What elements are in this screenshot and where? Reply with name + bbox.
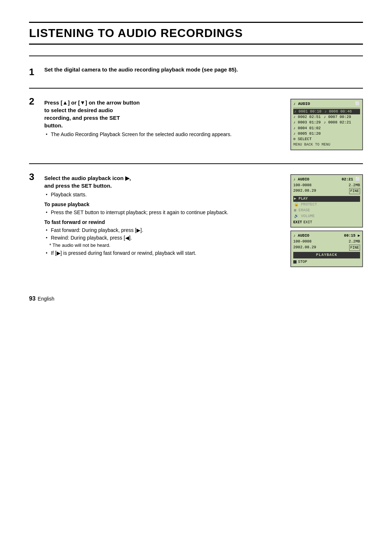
step-1-content: Set the digital camera to the audio reco… <box>44 66 363 75</box>
step-3-lcd-1: ♪ AUDIO 02:21 ⬜ 100-0008 2.2MB 2002.08.2… <box>290 174 363 228</box>
step-3: 3 Select the audio playback icon ▶, and … <box>29 171 363 274</box>
step-2-content: Press [▲] or [▼] on the arrow button to … <box>44 99 283 153</box>
lcd3-time: 00:15 ▶ <box>344 233 360 239</box>
step-3-lcd-2: ♪ AUDIO 00:15 ▶ 100-0008 2.2MB 2002.08.2… <box>290 230 363 267</box>
lcd3-stop-row: STOP <box>293 259 360 265</box>
step-3-sub1-bullet-1: Press the SET button to interrupt playba… <box>46 209 276 216</box>
step-3-sub2-bullet-3: If [▶] is pressed during fast forward or… <box>46 249 276 257</box>
step-2-screen: ♪ AUDIO ⬜ ♪ 0001 00:10♪ 0006 00:46 ♪ 000… <box>290 99 363 153</box>
step-3-sub2-title: To fast forward or rewind <box>44 219 276 225</box>
lcd-select-row: ⊙ SELECT <box>293 136 360 142</box>
lcd-row-4: ♪ 0004 01:02 <box>293 126 360 131</box>
step-3-note: * The audio will not be heard. <box>44 242 276 249</box>
lcd-row-3: ♪ 0003 01:29♪ 0008 02:21 <box>293 120 360 125</box>
lcd3-title: ♪ AUDIO <box>293 233 309 239</box>
step-2-instruction: Press [▲] or [▼] on the arrow button to … <box>44 99 276 129</box>
lcd-menu-row: MENU BACK TO MENU <box>293 142 360 148</box>
step-3-sub2-bullet-2: Rewind: During playback, press [◀]. <box>46 234 276 242</box>
step-1-number: 1 <box>29 66 44 78</box>
lcd2-protect-item: 🔒 PROTECT <box>293 202 360 208</box>
step-3-bullet-1: Playback starts. <box>46 191 276 199</box>
lcd2-play-item: ▶ PLAY <box>293 196 360 202</box>
lcd-row-5: ♪ 0005 01:20 <box>293 131 360 136</box>
lcd3-date: 2002.08.29 <box>293 245 316 251</box>
lcd2-file: 100-0008 <box>293 183 311 188</box>
language-label: English <box>38 296 54 302</box>
lcd2-quality: FINE <box>349 188 360 194</box>
lcd3-quality: FINE <box>349 245 360 251</box>
step-3-instruction: Select the audio playback icon ▶, and pr… <box>44 174 276 189</box>
step-2: 2 Press [▲] or [▼] on the arrow button t… <box>29 95 363 157</box>
lcd-row-2: ♪ 0002 02:51♪ 0007 00:29 <box>293 114 360 120</box>
step-2-bullet-1: The Audio Recording Playback Screen for … <box>46 131 276 138</box>
lcd2-exit-row: EXITEXIT <box>293 220 360 225</box>
lcd2-time: 02:21 ⬜ <box>342 177 360 183</box>
stop-icon <box>293 260 297 264</box>
lcd2-size: 2.2MB <box>348 183 360 188</box>
step-3-sub1-title: To pause playback <box>44 201 276 207</box>
step-3-number: 3 <box>29 171 44 183</box>
lcd-title: ♪ AUDIO <box>293 101 310 107</box>
page-title: LISTENING TO AUDIO RECORDINGS <box>29 22 363 45</box>
lcd2-erase-item: ▦ ERASE <box>293 208 360 213</box>
step-3-screens: ♪ AUDIO 02:21 ⬜ 100-0008 2.2MB 2002.08.2… <box>290 174 363 270</box>
lcd3-playback-bar: PLAYBACK <box>293 252 360 258</box>
step-1: 1 Set the digital camera to the audio re… <box>29 63 363 81</box>
step-1-instruction: Set the digital camera to the audio reco… <box>44 66 356 73</box>
lcd3-stop-label: STOP <box>298 259 307 265</box>
step-3-content: Select the audio playback icon ▶, and pr… <box>44 174 283 270</box>
lcd2-volume-item: 🔊 VOLUME <box>293 213 360 219</box>
lcd2-date: 2002.08.29 <box>293 188 316 194</box>
lcd3-size: 2.2MB <box>348 239 360 245</box>
lcd-battery-icon: ⬜ <box>355 101 360 107</box>
page-number: 93 <box>29 295 36 302</box>
step-3-sub2-bullet-1: Fast forward: During playback, press [▶]… <box>46 227 276 234</box>
step-2-number: 2 <box>29 95 44 107</box>
lcd3-file: 100-0008 <box>293 239 311 245</box>
page-footer: 93 English <box>29 295 363 302</box>
step-2-lcd: ♪ AUDIO ⬜ ♪ 0001 00:10♪ 0006 00:46 ♪ 000… <box>290 99 363 150</box>
lcd2-title: ♪ AUDIO <box>293 177 309 183</box>
lcd-row-1: ♪ 0001 00:10♪ 0006 00:46 <box>293 109 360 114</box>
